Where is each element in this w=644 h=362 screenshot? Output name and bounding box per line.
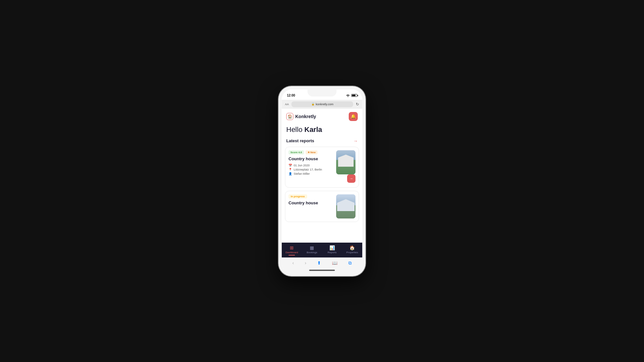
nav-label-properties: Properties [346, 251, 358, 254]
app-name: Konkretly [295, 114, 316, 119]
card-date-1: 01 Jun 2020 [294, 164, 310, 167]
logo-icon: 🏠 [286, 113, 293, 120]
meta-date-1: 📅 01 Jun 2020 [289, 164, 334, 167]
badge-new: ★ New [306, 150, 318, 154]
browser-bar: AA 🔒 konkretly.com ↻ [282, 100, 362, 109]
report-card-1[interactable]: Score 4.0 ★ New Country house 📅 01 Jun 2… [285, 147, 359, 188]
nav-item-bookings[interactable]: ▦ Bookings [302, 245, 322, 256]
nav-label-dashboard: Dashboard [286, 251, 298, 254]
bookings-icon: ▦ [310, 245, 314, 250]
phone-notch [308, 89, 336, 97]
card-title-2: Country house [289, 200, 334, 205]
status-time: 12:00 [287, 94, 295, 97]
home-indicator [282, 268, 362, 273]
browser-back-button[interactable]: ‹ [291, 260, 295, 266]
report-card-2[interactable]: In progress Country house [285, 191, 359, 222]
nav-item-reports[interactable]: 📊 Reports [322, 245, 342, 256]
notification-button[interactable]: 🔔 [349, 112, 358, 121]
nav-item-dashboard[interactable]: ⊞ Dashboard [282, 245, 302, 256]
card-agent-1: Stefan Miller [294, 172, 310, 175]
browser-url-bar[interactable]: 🔒 konkretly.com [291, 101, 353, 107]
reports-icon: 📊 [329, 245, 335, 250]
browser-forward-button[interactable]: › [304, 260, 308, 266]
battery-icon [351, 94, 357, 97]
meta-agent-1: 👤 Stefan Miller [289, 172, 334, 175]
nav-label-reports: Reports [327, 251, 336, 254]
content-area: 🏠 Konkretly 🔔 Hello Karla Latest reports… [282, 109, 362, 243]
status-icons [346, 94, 357, 97]
card-image-2 [336, 194, 355, 218]
dashboard-icon: ⊞ [290, 245, 294, 250]
card-info-1: Score 4.0 ★ New Country house 📅 01 Jun 2… [289, 150, 334, 184]
nav-item-properties[interactable]: 🏠 Properties [342, 245, 363, 256]
card-address-1: Lützowplatz 17, Berlin [294, 168, 322, 171]
app-logo: 🏠 Konkretly [286, 113, 316, 120]
browser-bookmarks-button[interactable]: 📖 [331, 260, 339, 266]
person-icon: 👤 [289, 172, 292, 175]
browser-bottom-bar: ‹ › ⬆ 📖 ⧉ [282, 257, 362, 268]
bottom-nav: ⊞ Dashboard ▦ Bookings 📊 Reports 🏠 Prope… [282, 243, 362, 257]
refresh-button[interactable]: ↻ [356, 102, 359, 107]
badge-score: Score 4.0 [289, 150, 304, 154]
card-badges-1: Score 4.0 ★ New [289, 150, 334, 154]
card-badges-2: In progress [289, 194, 334, 199]
app-header: 🏠 Konkretly 🔔 [282, 109, 362, 124]
location-icon: 📍 [289, 168, 292, 171]
card-title-1: Country house [289, 156, 334, 161]
card-info-2: In progress Country house [289, 194, 334, 218]
badge-in-progress: In progress [289, 194, 307, 199]
phone-frame: 12:00 AA 🔒 konkretly.com ↻ [279, 86, 365, 276]
browser-tabs-button[interactable]: ⧉ [347, 260, 353, 266]
phone-screen: 12:00 AA 🔒 konkretly.com ↻ [282, 89, 362, 273]
greeting-name: Karla [304, 125, 322, 134]
calendar-icon: 📅 [289, 164, 292, 167]
card-arrow-button-1[interactable]: → [347, 174, 355, 183]
home-bar [309, 270, 335, 271]
section-title: Latest reports [286, 138, 314, 143]
card-meta-1: 📅 01 Jun 2020 📍 Lützowplatz 17, Berlin 👤… [289, 164, 334, 175]
card-body-1: Score 4.0 ★ New Country house 📅 01 Jun 2… [285, 147, 359, 187]
greeting-hello: Hello [286, 125, 304, 134]
properties-icon: 🏠 [349, 245, 355, 250]
browser-aa: AA [285, 103, 289, 106]
latest-reports-header: Latest reports → [282, 138, 362, 147]
nav-label-bookings: Bookings [307, 251, 317, 254]
greeting-section: Hello Karla [282, 124, 362, 138]
greeting-text: Hello Karla [286, 125, 358, 134]
meta-address-1: 📍 Lützowplatz 17, Berlin [289, 168, 334, 171]
browser-url: konkretly.com [316, 103, 334, 106]
lock-icon: 🔒 [311, 103, 315, 106]
section-arrow[interactable]: → [353, 138, 358, 144]
browser-share-button[interactable]: ⬆ [316, 260, 322, 266]
wifi-icon [346, 94, 350, 97]
card-image-1 [336, 150, 355, 174]
card-body-2: In progress Country house [285, 191, 359, 222]
